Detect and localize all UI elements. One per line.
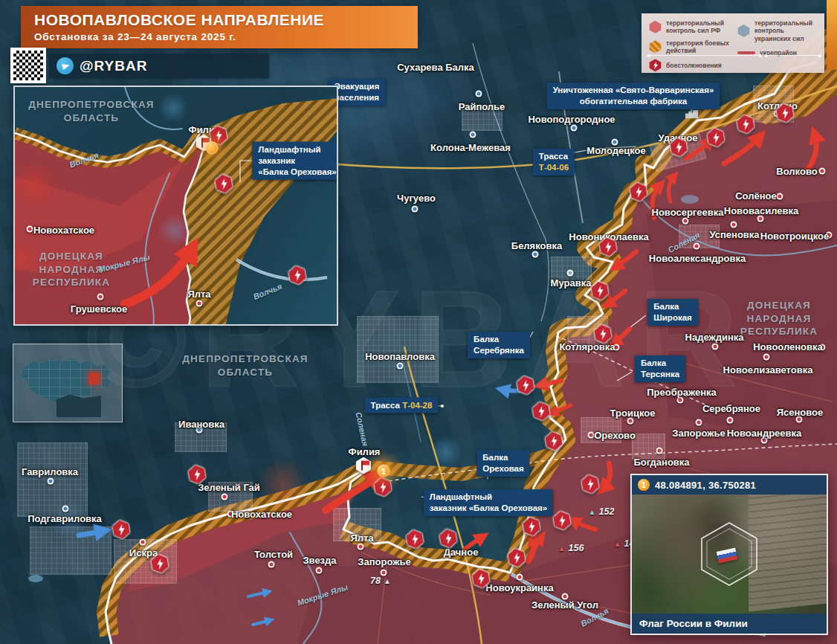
hex-red-icon (649, 21, 662, 33)
settlement-pin (567, 270, 574, 277)
town-label: Новохатское (231, 509, 292, 520)
town-label: Филия (349, 446, 381, 457)
hex-blue-icon (737, 25, 750, 37)
town-label: Преображенка (647, 387, 717, 398)
callout-label: ТрассаТ-04-06 (533, 149, 575, 176)
river-label: Соленая (354, 411, 369, 447)
callout-line: Ландшафтный (430, 492, 547, 503)
callout-line: Ореховая (482, 463, 523, 474)
callout-label: БалкаШирокая (647, 299, 698, 326)
town-label: Надеждинка (685, 332, 744, 343)
town-label: Новохатское (33, 225, 94, 236)
town-label: Молодецкое (586, 145, 645, 156)
callout-line: заказник «Балка Ореховая» (430, 503, 547, 514)
town-label: Ясеновое (777, 407, 824, 418)
situation-map: ©RYBAR ДНЕПРОПЕТРОВСКАЯ ОБЛАСТЬДОНЕЦКАЯ … (0, 0, 837, 644)
callout-line: Трасса (539, 151, 569, 162)
town-label: Сухарева Балка (397, 62, 474, 73)
town-label: Серебряное (702, 403, 760, 414)
legend-item: территориальный контроль сил РФ (649, 19, 730, 35)
photo-coordinates: 48.084891, 36.750281 (655, 480, 756, 491)
settlement-pin (656, 448, 663, 454)
settlement-pin (196, 300, 203, 307)
town-label: Муравка (551, 277, 592, 289)
shield-icon (649, 59, 662, 71)
settlement-pin (27, 226, 33, 233)
clash-icon (669, 137, 689, 158)
legend-column-1: территориальный контроль сил РФтерритори… (649, 19, 730, 68)
callout-line: Широкая (653, 312, 692, 323)
town-label: Новоандреевка (727, 428, 802, 439)
settlement-pin (763, 354, 770, 361)
town-label: Новоалександровка (649, 253, 746, 264)
legend-edge-bar (827, 0, 837, 70)
clash-icon (150, 553, 170, 575)
town-label: Колона-Межевая (430, 142, 511, 153)
town-label: Нововасилевка (724, 205, 798, 216)
photo-image (632, 495, 827, 614)
settlement-pin (571, 125, 578, 132)
settlement-pin (412, 206, 418, 213)
town-label: Запорожье (358, 556, 410, 567)
callout-line: обогатительная фабрика (553, 96, 714, 107)
channel-bar: @RYBAR (49, 54, 269, 78)
clash-icon (439, 528, 459, 550)
town-label: Зеленый Угол (531, 599, 598, 611)
legend-label: территориальный контроль украинских сил (754, 19, 818, 42)
town-label: Гавриловка (22, 466, 78, 477)
callout-line: Терсянка (641, 369, 679, 380)
callout-line: Серебрянка (474, 345, 524, 356)
town-label: Зеленый Гай (198, 482, 260, 493)
river-label: Мокрые Ялы (296, 582, 349, 607)
town-label: Толстой (254, 549, 293, 560)
line-red-icon (737, 51, 755, 54)
callout-line: населения (335, 92, 380, 103)
callout-line: Ландшафтный (258, 144, 336, 155)
town-label: Солёное (735, 190, 777, 202)
town-label: Новоподгородное (528, 114, 615, 125)
clash-icon (593, 323, 613, 345)
callout-label: БалкаСеребрянка (468, 332, 530, 358)
clash-icon (187, 464, 207, 486)
clash-icon (373, 477, 393, 498)
settlement-pin (694, 243, 700, 250)
settlement-pin (97, 294, 104, 300)
callout-label: БалкаТерсянка (635, 355, 685, 382)
clash-icon (112, 519, 132, 541)
settlement-pin (757, 216, 764, 222)
clash-icon (736, 114, 756, 135)
height-marker: ▲156 (558, 543, 584, 553)
callout-line: Эвакуация (335, 81, 380, 92)
clash-icon (471, 568, 491, 590)
hex-striped-icon (649, 40, 662, 53)
clash-icon (629, 181, 649, 203)
callout-line: Балка (474, 334, 524, 345)
town-label: Райполье (459, 101, 505, 112)
inset-labels-layer: ДНЕПРОПЕТРОВСКАЯ ОБЛАСТЬДОНЕЦКАЯ НАРОДНА… (15, 87, 337, 324)
settlement-pin (677, 397, 684, 404)
town-label: Новопавловка (365, 351, 435, 362)
settlement-pin (140, 539, 146, 546)
callout-label: Ландшафтныйзаказник «Балка Ореховая» (424, 489, 553, 516)
clash-icon (507, 547, 527, 569)
town-label: Богдановка (633, 457, 689, 468)
settlement-pin (48, 478, 54, 485)
callout-label: БалкаОреховая (476, 450, 529, 477)
strike-glow (13, 161, 57, 206)
town-label: Новоукраинка (485, 582, 553, 593)
callout-label: Уничтоженная «Свято-Варваринская»обогати… (547, 83, 720, 109)
town-label: Чугуево (397, 193, 436, 204)
town-label: Орехово (594, 430, 636, 441)
callout-line: Балка (482, 452, 523, 463)
ukraine-minimap (13, 344, 123, 422)
strike-glow (158, 214, 191, 247)
callout-line: заказник (258, 155, 336, 167)
strike-glow (158, 93, 188, 123)
town-label: Новоелизаветовка (723, 364, 813, 376)
photo-ref-marker (206, 142, 219, 155)
town-label: Звезда (303, 555, 336, 566)
filiya-inset-map: ДНЕПРОПЕТРОВСКАЯ ОБЛАСТЬДОНЕЦКАЯ НАРОДНА… (13, 86, 338, 326)
settlement-pin (268, 561, 275, 568)
town-label: Ивановка (178, 419, 224, 430)
town-label: Новооленовка (753, 341, 823, 352)
